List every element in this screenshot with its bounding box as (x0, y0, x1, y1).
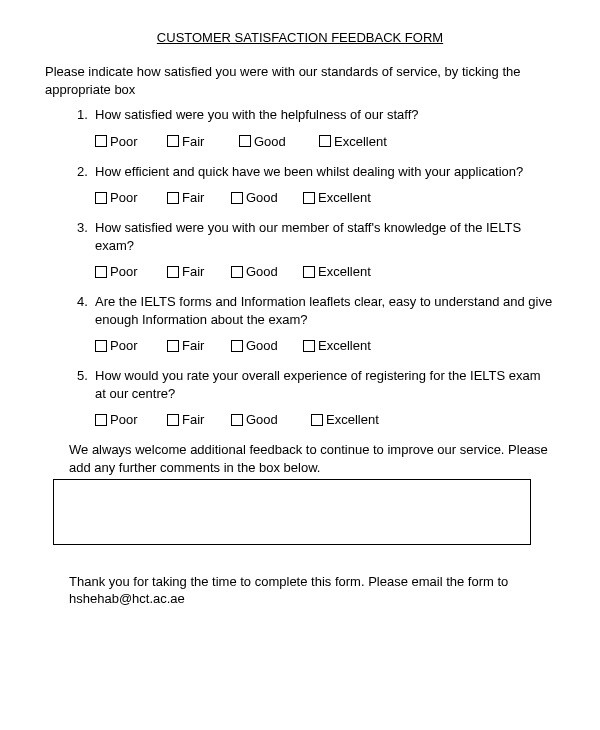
option-q1-fair[interactable]: Fair (167, 134, 239, 149)
option-q4-good[interactable]: Good (231, 338, 303, 353)
question-3-body: How satisfied were you with our member o… (95, 219, 555, 254)
question-1-num: 1. (77, 106, 95, 124)
question-2-options: Poor Fair Good Excellent (77, 190, 555, 205)
checkbox-icon[interactable] (167, 340, 179, 352)
question-1-text: 1. How satisfied were you with the helpf… (77, 106, 555, 124)
option-label: Excellent (334, 134, 387, 149)
question-1-body: How satisfied were you with the helpfuln… (95, 106, 555, 124)
checkbox-icon[interactable] (303, 192, 315, 204)
question-4-text: 4. Are the IELTS forms and Information l… (77, 293, 555, 328)
checkbox-icon[interactable] (231, 266, 243, 278)
question-5-num: 5. (77, 367, 95, 402)
checkbox-icon[interactable] (95, 192, 107, 204)
comments-box[interactable] (53, 479, 531, 545)
intro-text: Please indicate how satisfied you were w… (45, 63, 555, 98)
checkbox-icon[interactable] (319, 135, 331, 147)
checkbox-icon[interactable] (231, 192, 243, 204)
question-2-text: 2. How efficient and quick have we been … (77, 163, 555, 181)
option-label: Good (254, 134, 286, 149)
option-label: Fair (182, 134, 204, 149)
option-label: Poor (110, 338, 137, 353)
question-2-num: 2. (77, 163, 95, 181)
option-q1-excellent[interactable]: Excellent (319, 134, 409, 149)
option-label: Good (246, 412, 278, 427)
checkbox-icon[interactable] (95, 414, 107, 426)
question-4-num: 4. (77, 293, 95, 328)
checkbox-icon[interactable] (303, 266, 315, 278)
option-label: Fair (182, 412, 204, 427)
question-1: 1. How satisfied were you with the helpf… (77, 106, 555, 149)
option-label: Excellent (318, 338, 371, 353)
checkbox-icon[interactable] (239, 135, 251, 147)
option-q4-excellent[interactable]: Excellent (303, 338, 393, 353)
checkbox-icon[interactable] (303, 340, 315, 352)
option-q2-poor[interactable]: Poor (95, 190, 167, 205)
checkbox-icon[interactable] (167, 192, 179, 204)
option-label: Poor (110, 412, 137, 427)
form-title: CUSTOMER SATISFACTION FEEDBACK FORM (45, 30, 555, 45)
option-q1-good[interactable]: Good (239, 134, 319, 149)
question-5: 5. How would you rate your overall exper… (77, 367, 555, 427)
question-1-options: Poor Fair Good Excellent (77, 134, 555, 149)
question-4-body: Are the IELTS forms and Information leaf… (95, 293, 555, 328)
checkbox-icon[interactable] (95, 266, 107, 278)
option-q3-excellent[interactable]: Excellent (303, 264, 393, 279)
checkbox-icon[interactable] (167, 135, 179, 147)
option-q4-fair[interactable]: Fair (167, 338, 231, 353)
checkbox-icon[interactable] (95, 135, 107, 147)
option-q3-poor[interactable]: Poor (95, 264, 167, 279)
question-3-num: 3. (77, 219, 95, 254)
option-q5-excellent[interactable]: Excellent (311, 412, 401, 427)
option-label: Good (246, 264, 278, 279)
option-label: Poor (110, 190, 137, 205)
question-5-text: 5. How would you rate your overall exper… (77, 367, 555, 402)
option-label: Excellent (326, 412, 379, 427)
option-q5-poor[interactable]: Poor (95, 412, 167, 427)
thankyou-text: Thank you for taking the time to complet… (45, 573, 555, 608)
feedback-intro: We always welcome additional feedback to… (45, 441, 555, 476)
checkbox-icon[interactable] (231, 340, 243, 352)
option-q4-poor[interactable]: Poor (95, 338, 167, 353)
questions-list: 1. How satisfied were you with the helpf… (45, 106, 555, 427)
option-q5-fair[interactable]: Fair (167, 412, 231, 427)
option-q5-good[interactable]: Good (231, 412, 311, 427)
option-q2-good[interactable]: Good (231, 190, 303, 205)
option-label: Good (246, 338, 278, 353)
option-label: Excellent (318, 264, 371, 279)
option-label: Fair (182, 264, 204, 279)
option-q2-fair[interactable]: Fair (167, 190, 231, 205)
option-label: Excellent (318, 190, 371, 205)
option-q3-good[interactable]: Good (231, 264, 303, 279)
option-label: Good (246, 190, 278, 205)
question-5-options: Poor Fair Good Excellent (77, 412, 555, 427)
checkbox-icon[interactable] (231, 414, 243, 426)
question-2-body: How efficient and quick have we been whi… (95, 163, 555, 181)
option-label: Poor (110, 264, 137, 279)
option-q1-poor[interactable]: Poor (95, 134, 167, 149)
checkbox-icon[interactable] (95, 340, 107, 352)
question-5-body: How would you rate your overall experien… (95, 367, 555, 402)
question-4-options: Poor Fair Good Excellent (77, 338, 555, 353)
question-3: 3. How satisfied were you with our membe… (77, 219, 555, 279)
checkbox-icon[interactable] (167, 414, 179, 426)
question-3-text: 3. How satisfied were you with our membe… (77, 219, 555, 254)
question-3-options: Poor Fair Good Excellent (77, 264, 555, 279)
option-label: Fair (182, 338, 204, 353)
option-q2-excellent[interactable]: Excellent (303, 190, 393, 205)
option-q3-fair[interactable]: Fair (167, 264, 231, 279)
checkbox-icon[interactable] (311, 414, 323, 426)
option-label: Fair (182, 190, 204, 205)
question-2: 2. How efficient and quick have we been … (77, 163, 555, 206)
option-label: Poor (110, 134, 137, 149)
checkbox-icon[interactable] (167, 266, 179, 278)
question-4: 4. Are the IELTS forms and Information l… (77, 293, 555, 353)
